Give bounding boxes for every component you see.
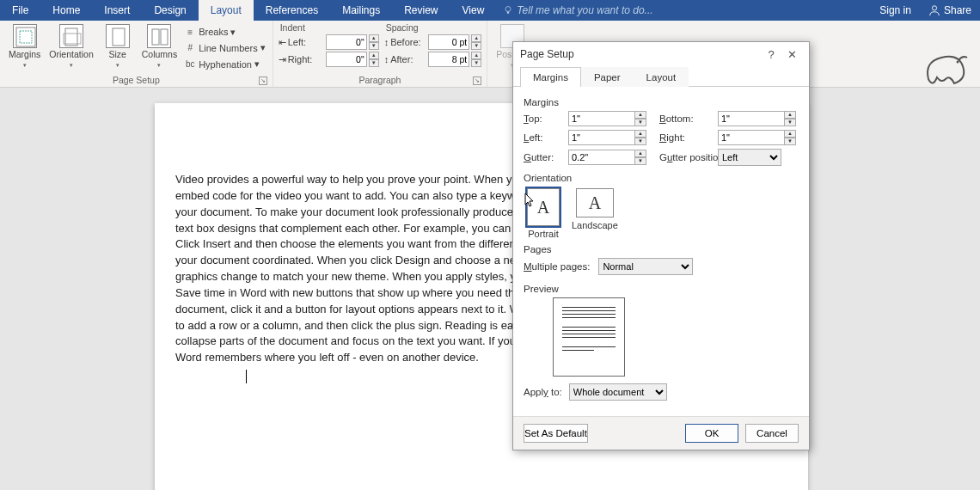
size-button[interactable]: Size▾ — [99, 22, 137, 74]
svg-rect-5 — [65, 28, 77, 46]
orientation-icon — [59, 24, 83, 48]
ribbon: Margins▾ Orientation▾ Size▾ Columns▾ ≡Br… — [0, 21, 980, 88]
indent-left-icon: ⇤ — [279, 37, 286, 48]
svg-rect-9 — [161, 29, 168, 45]
dialog-title-text: Page Setup — [520, 48, 761, 60]
tab-mailings[interactable]: Mailings — [330, 0, 392, 21]
hyphenation-button[interactable]: bcHyphenation▾ — [182, 58, 266, 70]
size-icon — [106, 24, 130, 48]
preview-thumbnail — [553, 297, 625, 377]
dialog-close-button[interactable]: ✕ — [781, 48, 802, 61]
tab-layout[interactable]: Layout — [199, 0, 254, 21]
space-before-icon: ↕ — [384, 37, 389, 47]
hyphenation-icon: bc — [184, 59, 196, 70]
spinner-bottom[interactable]: ▲▼ — [784, 111, 796, 126]
space-after-spinner[interactable]: ▲▼ — [471, 52, 481, 67]
label-right: Right: — [651, 132, 718, 143]
spinner-top[interactable]: ▲▼ — [634, 111, 646, 126]
select-gutter-pos[interactable]: Left — [718, 149, 781, 166]
svg-rect-8 — [152, 29, 159, 45]
svg-point-0 — [505, 7, 511, 12]
space-after-input[interactable] — [428, 52, 469, 67]
spacing-heading: Spacing — [384, 22, 482, 33]
label-gutter-pos: Gutter position: — [651, 152, 718, 162]
spinner-gutter[interactable]: ▲▼ — [634, 150, 646, 165]
tell-me-search[interactable]: Tell me what you want to do... — [503, 4, 652, 16]
tab-design[interactable]: Design — [142, 0, 198, 21]
mouse-cursor-icon — [524, 193, 536, 208]
line-numbers-button[interactable]: #Line Numbers▾ — [182, 41, 266, 54]
svg-point-10 — [957, 61, 959, 64]
label-top: Top: — [524, 113, 568, 124]
tab-review[interactable]: Review — [392, 0, 450, 21]
share-button[interactable]: Share — [920, 4, 980, 16]
dialog-titlebar[interactable]: Page Setup ? ✕ — [513, 42, 809, 66]
group-label-page-setup: Page Setup — [113, 75, 160, 85]
select-apply-to[interactable]: Whole document — [569, 383, 667, 401]
group-page-setup: Margins▾ Orientation▾ Size▾ Columns▾ ≡Br… — [0, 21, 273, 87]
indent-right-spinner[interactable]: ▲▼ — [369, 52, 379, 67]
dialog-tab-paper[interactable]: Paper — [581, 67, 634, 87]
sign-in-button[interactable]: Sign in — [871, 4, 920, 16]
space-after-icon: ↕ — [384, 54, 389, 64]
columns-icon — [147, 24, 171, 48]
tab-home[interactable]: Home — [40, 0, 92, 21]
line-numbers-icon: # — [184, 43, 196, 53]
tab-references[interactable]: References — [254, 0, 330, 21]
dialog-tabs: Margins Paper Layout — [513, 66, 809, 87]
indent-right-input[interactable] — [326, 52, 367, 67]
lightbulb-icon — [503, 5, 513, 15]
input-left[interactable] — [568, 130, 635, 145]
cancel-button[interactable]: Cancel — [745, 424, 799, 443]
space-before-input[interactable] — [428, 34, 469, 50]
dialog-help-button[interactable]: ? — [761, 48, 781, 61]
input-bottom[interactable] — [718, 111, 785, 126]
select-multiple-pages[interactable]: Normal — [598, 258, 693, 275]
orientation-button[interactable]: Orientation▾ — [46, 22, 96, 74]
preview-section-heading: Preview — [524, 284, 799, 294]
margins-button[interactable]: Margins▾ — [5, 22, 44, 74]
label-left: Left: — [524, 132, 568, 143]
dialog-tab-margins[interactable]: Margins — [520, 67, 581, 87]
dialog-tab-layout[interactable]: Layout — [634, 67, 689, 87]
svg-point-2 — [932, 6, 936, 10]
orientation-section-heading: Orientation — [524, 173, 799, 183]
document-area[interactable]: Video provides a powerful way to help yo… — [0, 88, 980, 490]
input-top[interactable] — [568, 111, 635, 126]
page-setup-dialog: Page Setup ? ✕ Margins Paper Layout Marg… — [512, 41, 810, 450]
tab-view[interactable]: View — [450, 0, 497, 21]
spinner-right[interactable]: ▲▼ — [784, 130, 796, 145]
landscape-page-icon: A — [589, 193, 601, 213]
space-before-spinner[interactable]: ▲▼ — [471, 34, 481, 50]
ok-button[interactable]: OK — [685, 424, 738, 443]
svg-rect-7 — [113, 28, 125, 46]
margins-icon — [13, 24, 37, 48]
tab-insert[interactable]: Insert — [92, 0, 142, 21]
portrait-page-icon: A — [537, 198, 549, 217]
input-right[interactable] — [718, 130, 785, 145]
paragraph-launcher[interactable]: ↘ — [473, 77, 481, 85]
group-paragraph: Indent ⇤Left:▲▼ ⇥Right:▲▼ Spacing ↕Befor… — [273, 21, 488, 87]
menu-bar: File Home Insert Design Layout Reference… — [0, 0, 980, 21]
label-multiple-pages: Multiple pages: — [524, 261, 590, 272]
orientation-landscape[interactable]: A Landscape — [572, 188, 618, 239]
indent-heading: Indent — [279, 22, 379, 33]
label-bottom: Bottom: — [651, 113, 718, 124]
label-gutter: Gutter: — [524, 152, 568, 162]
breaks-button[interactable]: ≡Breaks▾ — [182, 26, 266, 39]
tab-file[interactable]: File — [0, 0, 40, 21]
group-label-paragraph: Paragraph — [358, 75, 401, 85]
person-icon — [928, 4, 940, 16]
indent-right-icon: ⇥ — [279, 54, 286, 65]
indent-left-input[interactable] — [326, 34, 367, 50]
indent-left-spinner[interactable]: ▲▼ — [369, 34, 379, 50]
svg-rect-3 — [16, 28, 35, 46]
columns-button[interactable]: Columns▾ — [138, 22, 181, 74]
svg-rect-1 — [507, 12, 509, 14]
pages-section-heading: Pages — [524, 244, 799, 254]
input-gutter[interactable] — [568, 150, 635, 165]
spinner-left[interactable]: ▲▼ — [634, 130, 646, 145]
label-apply-to: Apply to: — [524, 387, 562, 397]
set-as-default-button[interactable]: Set As Default — [524, 424, 588, 443]
page-setup-launcher[interactable]: ↘ — [259, 77, 267, 85]
